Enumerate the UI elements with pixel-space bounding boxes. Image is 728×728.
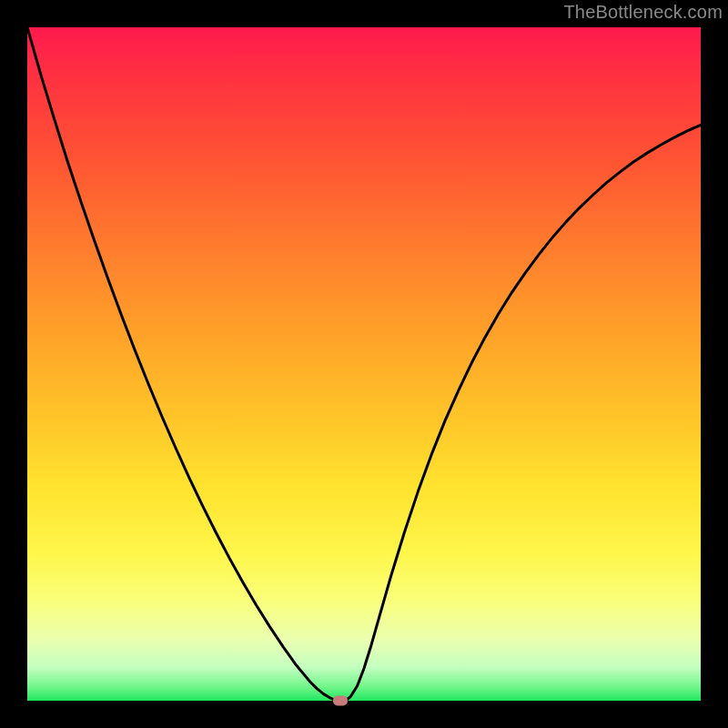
watermark-text: TheBottleneck.com <box>563 2 723 23</box>
chart-frame: TheBottleneck.com <box>0 0 728 728</box>
plot-area <box>27 27 701 701</box>
bottleneck-curve <box>27 27 701 701</box>
optimum-marker <box>333 696 348 706</box>
